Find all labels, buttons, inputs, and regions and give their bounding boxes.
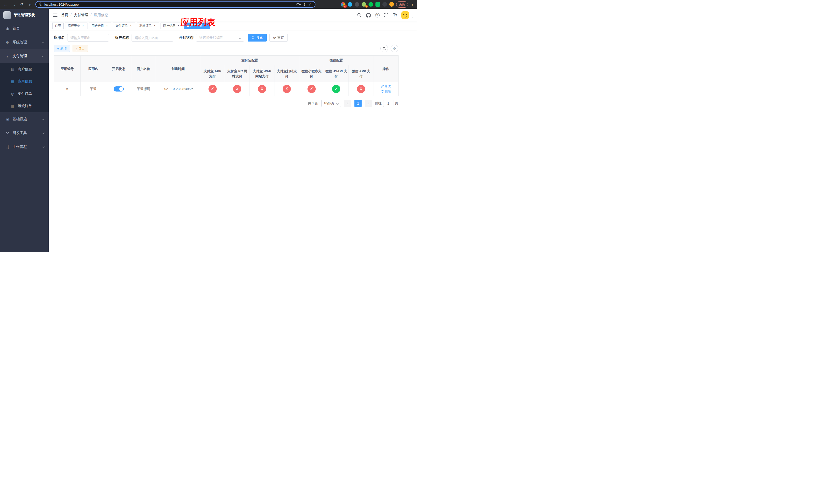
gear-icon: ⚙ — [5, 40, 10, 44]
export-button[interactable]: ↓ 导出 — [72, 45, 88, 52]
reset-button[interactable]: ⟳ 重置 — [269, 34, 288, 42]
status-select[interactable]: 请选择开启状态 — [196, 34, 244, 42]
tab-merchant-info[interactable]: 商户信息 — [160, 23, 183, 29]
tab-close-icon[interactable] — [204, 24, 207, 28]
tab-home[interactable]: 首页 — [52, 23, 64, 29]
status-icon: ✗ — [307, 85, 316, 93]
extension-icon-3[interactable] — [355, 2, 359, 7]
sidebar-item-home[interactable]: ◉ 首页 — [0, 22, 49, 36]
delete-button[interactable]: 删除 — [381, 89, 391, 94]
tab-close-icon[interactable] — [129, 24, 133, 28]
github-icon[interactable] — [366, 13, 371, 18]
home-icon: ◉ — [5, 26, 10, 30]
tab-user-group[interactable]: 用户分组 — [89, 23, 111, 29]
goto-page-input[interactable] — [383, 100, 393, 107]
tab-close-icon[interactable] — [177, 24, 180, 28]
infra-icon: ▣ — [5, 117, 10, 121]
sidebar-item-dev-tools[interactable]: ⚒ 研发工具 — [0, 126, 49, 140]
browser-home-icon[interactable]: ⌂ — [27, 1, 33, 7]
col-header-alipay-app: 支付宝 APP 支付 — [200, 65, 225, 82]
tab-close-icon[interactable] — [81, 24, 85, 28]
sidebar-item-refund-order[interactable]: ▥ 退款订单 — [0, 100, 49, 112]
add-button[interactable]: + 新增 — [54, 45, 70, 52]
avatar[interactable] — [401, 11, 409, 19]
cell-app-id: 6 — [54, 82, 81, 96]
sidebar-item-label: 研发工具 — [13, 131, 27, 135]
search-button[interactable]: 搜索 — [248, 34, 267, 42]
extension-icon-4[interactable]: 1 — [361, 2, 366, 7]
page-size-select[interactable]: 10条/页 — [321, 100, 341, 107]
app-name-input[interactable] — [67, 34, 109, 42]
sidebar-item-payment[interactable]: ¥ 支付管理 — [0, 49, 49, 63]
sidebar-item-label: 工作流程 — [13, 144, 27, 149]
browser-update-button[interactable]: 更新 — [396, 1, 408, 8]
breadcrumb-payment[interactable]: 支付管理 — [70, 13, 88, 18]
status-label: 开启状态 — [179, 36, 193, 40]
tab-close-icon[interactable] — [105, 24, 109, 28]
col-header-wx-jsapi: 微信 JSAPI 支付 — [324, 65, 349, 82]
app-grid-icon: ▦ — [10, 79, 15, 84]
site-info-icon[interactable]: ⓘ — [39, 2, 42, 7]
status-icon: ✗ — [208, 85, 217, 93]
next-page-button[interactable] — [365, 100, 372, 107]
col-header-status: 开启状态 — [106, 55, 131, 82]
sidebar-item-label: 系统管理 — [13, 40, 27, 45]
sidebar-toggle-icon[interactable] — [53, 14, 58, 17]
logo-image — [3, 11, 11, 19]
browser-menu-icon[interactable]: ⋮ — [410, 2, 414, 7]
breadcrumb-home[interactable]: 首页 — [61, 13, 68, 18]
bookmark-star-icon[interactable]: ☆ — [309, 3, 312, 6]
sidebar-item-label: 退款订单 — [18, 104, 32, 109]
prev-page-button[interactable] — [344, 100, 351, 107]
sidebar-item-pay-order[interactable]: ◎ 支付订单 — [0, 88, 49, 100]
search-icon — [382, 47, 386, 50]
page-number-button[interactable]: 1 — [354, 100, 361, 107]
share-icon[interactable]: ↥ — [303, 3, 306, 6]
font-size-icon[interactable]: TT — [393, 13, 397, 18]
tab-process-form[interactable]: 流程表单 — [65, 23, 87, 29]
sidebar-item-infrastructure[interactable]: ▣ 基础设施 — [0, 112, 49, 126]
status-icon: ✓ — [332, 85, 340, 93]
download-icon: ↓ — [76, 47, 78, 50]
trash-icon — [381, 90, 384, 93]
app-name-label: 应用名 — [54, 36, 65, 40]
sidebar-menu: ◉ 首页 ⚙ 系统管理 ¥ 支付管理 ▤ 商户信息 ▦ 应用信息 — [0, 22, 49, 154]
extension-icon-1[interactable]: 10 — [341, 2, 346, 7]
sidebar-item-app-info[interactable]: ▦ 应用信息 — [0, 75, 49, 88]
tools-icon: ⚒ — [5, 131, 10, 135]
status-icon: ✗ — [233, 85, 241, 93]
extension-icon-7[interactable] — [382, 2, 387, 7]
chevron-up-icon — [42, 55, 45, 58]
refresh-button[interactable]: ⟳ — [391, 45, 398, 52]
extension-icon-6[interactable] — [375, 2, 380, 7]
tab-pay-order[interactable]: 支付订单 — [113, 23, 135, 29]
search-icon[interactable] — [357, 13, 361, 18]
sidebar-item-label: 基础设施 — [13, 117, 27, 121]
extension-icon-5[interactable] — [369, 2, 373, 7]
tab-close-icon[interactable] — [153, 24, 156, 28]
extension-badge-2: 1 — [365, 5, 368, 8]
address-bar[interactable]: ⓘ localhost:1024/pay/app ↥ ☆ — [36, 1, 315, 8]
chevron-down-icon — [42, 132, 45, 134]
toggle-search-button[interactable] — [380, 45, 388, 52]
tab-app-info[interactable]: 应用信息 — [184, 23, 210, 29]
tabs-bar: 首页 流程表单 用户分组 支付订单 退款订单 商户信息 应用信息 — [49, 22, 417, 30]
sidebar-item-workflow[interactable]: ⇶ 工作流程 — [0, 140, 49, 154]
extension-icon-8[interactable] — [389, 2, 394, 7]
merchant-icon: ▤ — [10, 67, 15, 71]
tab-refund-order[interactable]: 退款订单 — [137, 23, 159, 29]
status-toggle[interactable] — [114, 86, 124, 92]
merchant-name-input[interactable] — [132, 34, 173, 42]
extension-icon-2[interactable] — [348, 2, 352, 7]
browser-back-icon[interactable]: ← — [3, 1, 9, 7]
sidebar-item-system[interactable]: ⚙ 系统管理 — [0, 36, 49, 49]
browser-reload-icon[interactable]: ⟳ — [19, 1, 25, 7]
edit-button[interactable]: 修改 — [381, 84, 391, 88]
extension-badge: 10 — [343, 5, 347, 8]
password-key-icon[interactable] — [296, 3, 300, 5]
browser-forward-icon[interactable]: → — [11, 1, 17, 7]
plus-icon: + — [57, 47, 59, 50]
fullscreen-icon[interactable] — [384, 13, 389, 18]
sidebar-item-merchant-info[interactable]: ▤ 商户信息 — [0, 63, 49, 75]
help-icon[interactable]: ? — [375, 13, 379, 18]
